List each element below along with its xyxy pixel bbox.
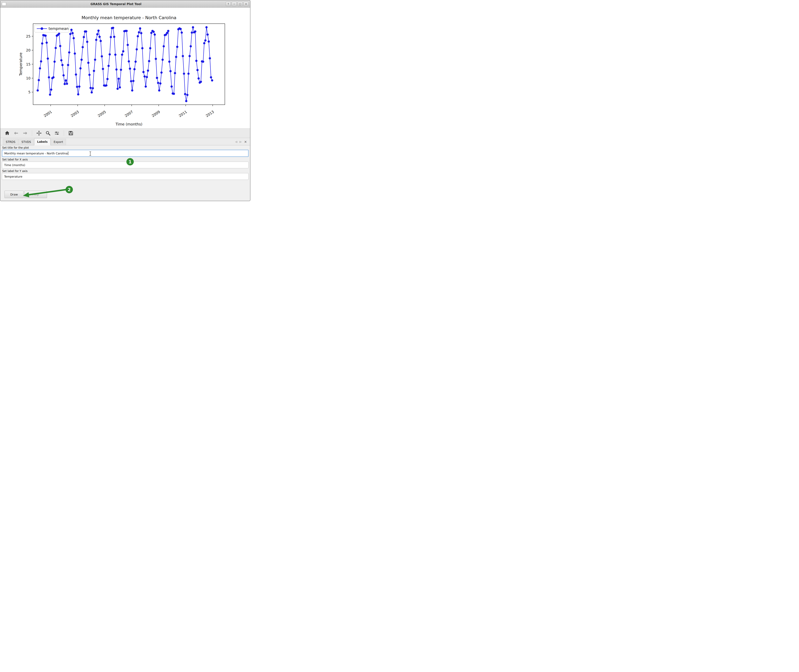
- x-axis-label-label: Set label for X axis: [2, 158, 250, 161]
- shade-window-button[interactable]: ↑: [226, 2, 231, 6]
- svg-text:2009: 2009: [151, 110, 161, 118]
- save-icon[interactable]: [67, 130, 74, 136]
- svg-text:2011: 2011: [178, 110, 188, 118]
- minimize-button[interactable]: −: [232, 2, 237, 6]
- tab-close-icon[interactable]: ×: [244, 141, 247, 143]
- back-icon[interactable]: [13, 130, 19, 136]
- svg-text:10: 10: [26, 76, 30, 80]
- tab-strds[interactable]: STRDS: [3, 139, 18, 145]
- window-title: GRASS GIS Temporal Plot Tool: [6, 2, 226, 6]
- window-controls: ↑ − □ ×: [226, 2, 248, 6]
- home-icon[interactable]: [4, 130, 11, 136]
- svg-text:2007: 2007: [124, 110, 134, 118]
- tab-labels[interactable]: Labels: [34, 138, 51, 145]
- window-icon: [2, 2, 6, 6]
- forward-icon[interactable]: [22, 130, 29, 136]
- configure-subplots-icon[interactable]: [54, 130, 60, 136]
- svg-text:2003: 2003: [70, 110, 80, 118]
- maximize-button[interactable]: □: [238, 2, 243, 6]
- app-window: GRASS GIS Temporal Plot Tool ↑ − □ × Mon…: [0, 0, 251, 201]
- svg-text:20: 20: [26, 48, 30, 52]
- svg-text:2013: 2013: [205, 110, 215, 118]
- titlebar: GRASS GIS Temporal Plot Tool ↑ − □ ×: [0, 0, 250, 8]
- toolbar-separator: [64, 130, 64, 136]
- plot-title-input[interactable]: Monthly mean temperature - North Carolin…: [2, 150, 248, 157]
- tab-stvds[interactable]: STVDS: [19, 139, 34, 145]
- step-2-badge: 2: [66, 186, 73, 193]
- svg-text:25: 25: [26, 34, 30, 38]
- tab-scroll-right-icon[interactable]: ▷: [240, 140, 241, 143]
- plot-figure: Monthly mean temperature - North Carolin…: [0, 8, 250, 128]
- i-beam-cursor-icon: [89, 151, 91, 156]
- svg-text:5: 5: [28, 90, 30, 94]
- plot-toolbar: [0, 128, 250, 138]
- plot-title-label: Set title for the plot: [2, 146, 250, 149]
- svg-text:2005: 2005: [97, 110, 107, 118]
- plot-title-text: Monthly mean temperature - North Carolin…: [4, 152, 67, 155]
- tab-scroll-left-icon[interactable]: ◁: [235, 140, 237, 143]
- svg-text:2001: 2001: [43, 110, 53, 118]
- text-caret: [68, 152, 68, 155]
- tab-navigation: ◁ ▷ ×: [235, 140, 248, 145]
- svg-text:tempmean: tempmean: [49, 27, 69, 31]
- svg-text:Time (months): Time (months): [115, 122, 142, 126]
- zoom-icon[interactable]: [45, 130, 51, 136]
- x-axis-label-input[interactable]: [2, 162, 248, 168]
- svg-text:15: 15: [26, 62, 30, 66]
- temperature-line-chart: Monthly mean temperature - North Carolin…: [0, 8, 250, 128]
- svg-text:Monthly mean temperature - Nor: Monthly mean temperature - North Carolin…: [81, 15, 176, 20]
- y-axis-label-label: Set label for Y axis: [2, 169, 250, 173]
- tab-export[interactable]: Export: [51, 139, 66, 145]
- svg-text:Temperature: Temperature: [19, 53, 23, 76]
- close-button[interactable]: ×: [243, 2, 248, 6]
- step-1-badge: 1: [126, 158, 134, 165]
- pan-icon[interactable]: [36, 130, 42, 136]
- notebook-tabbar: STRDS STVDS Labels Export ◁ ▷ ×: [0, 138, 250, 145]
- y-axis-label-input[interactable]: [2, 173, 248, 180]
- step-2-arrow: [21, 186, 70, 199]
